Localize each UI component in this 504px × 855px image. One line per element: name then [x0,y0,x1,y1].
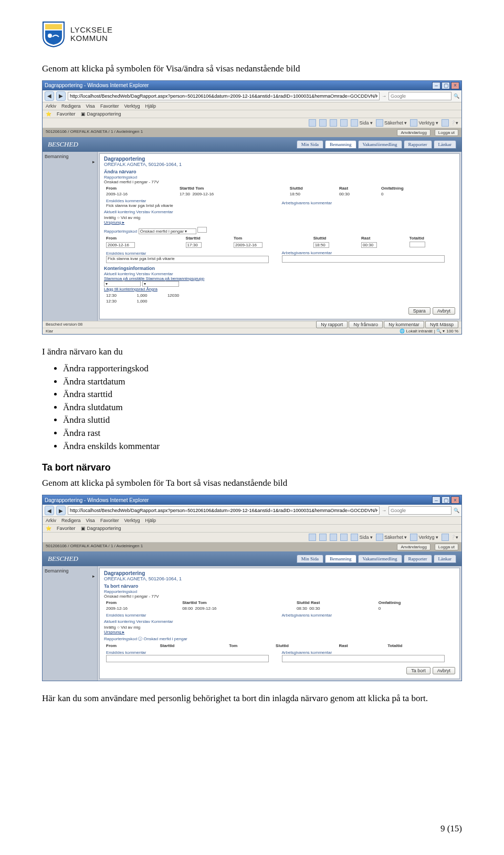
cmd-tools[interactable]: Verktyg ▾ [410,119,438,127]
konto-select-1[interactable]: ▾ [104,281,141,287]
enskild-comment-input[interactable]: Fick stanna kvar pga brist på vikarie [106,256,269,263]
apptab-vakans[interactable]: Vakansförmedling [358,140,402,149]
delete-button[interactable]: Ta bort [406,667,430,674]
maximize-icon[interactable]: ▢ [442,82,450,89]
apptab-rapporter[interactable]: Rapporter [404,555,432,563]
kontering-row: Aktuell kontering Verstav Kommentar [104,210,455,214]
menu-favoriter[interactable]: Favoriter [100,518,119,523]
menu-verktyg[interactable]: Verktyg [124,518,140,523]
menu-visa[interactable]: Visa [86,103,95,109]
favorites-star-icon[interactable]: ⭐ [46,111,51,117]
save-button[interactable]: Spara [408,307,430,315]
chip-logout[interactable]: Logga ut [435,544,458,550]
status-cmd-4[interactable]: Nytt Mässp [425,321,458,328]
status-cmd-1[interactable]: Ny rapport [316,321,348,328]
apptab-minsida[interactable]: Min Sida [297,140,323,149]
apptab-lankar[interactable]: Länkar [434,140,456,149]
close-icon[interactable]: × [451,82,459,89]
tom-input[interactable]: 2009-12-16 [234,242,262,248]
starttid-input[interactable]: 17:30 [186,242,202,248]
apptab-vakans[interactable]: Vakansförmedling [358,555,402,563]
cancel-button[interactable]: Avbryt [433,667,455,674]
favorites-label: Favoriter [57,111,76,117]
address-bar[interactable] [68,92,380,100]
stammoa-links[interactable]: Stammoa på omställe Stammoa på bemanning… [104,276,455,281]
cmd-mail-icon[interactable] [330,119,337,127]
forward-icon[interactable]: ▶ [56,506,66,515]
chip-userlog[interactable]: Användarlogg [397,544,430,550]
browser-search[interactable] [388,506,452,515]
menu-hjalp[interactable]: Hjälp [145,518,156,523]
ag-comment-input[interactable] [282,655,445,662]
apptab-minsida[interactable]: Min Sida [297,555,323,563]
window-title: Dagrapportering - Windows Internet Explo… [45,82,149,88]
menu-visa[interactable]: Visa [86,518,95,523]
enskild-comment-input[interactable] [106,655,269,662]
readonly-row: From Starttid Tom Sluttid Rast Omfattnin… [104,185,455,197]
menu-arkiv[interactable]: Arkiv [46,518,56,523]
apptab-bemanning[interactable]: Bemanning [325,140,356,149]
cmd-home-icon[interactable] [309,534,316,541]
cmd-help-icon[interactable]: ❔▾ [442,119,458,127]
back-icon[interactable]: ◀ [45,506,54,515]
radio-inrattg[interactable]: Inrättg ○ Vid av mig [104,215,455,220]
cmd-home-icon[interactable] [309,119,316,127]
menu-arkiv[interactable]: Arkiv [46,103,56,109]
go-icon[interactable]: → [382,93,386,99]
status-cmd-2[interactable]: Ny frånvaro [349,321,383,328]
apptab-rapporter[interactable]: Rapporter [404,140,432,149]
menu-redigera[interactable]: Redigera [61,103,81,109]
cmd-page[interactable]: Sida ▾ [351,534,373,541]
ag-comment-input[interactable] [282,255,445,263]
rpt-select[interactable]: Önskad merfid i pengar ▾ [139,228,196,234]
menu-verktyg[interactable]: Verktyg [124,103,140,109]
rpt-extra-input[interactable] [197,227,207,233]
forward-icon[interactable]: ▶ [56,91,66,101]
cmd-security[interactable]: Säkerhet ▾ [376,119,407,127]
cmd-mail-icon[interactable] [330,534,337,541]
sidebar-item-bemanning[interactable]: Bemanning [45,154,95,159]
browser-tab[interactable]: ▣ Dagrapportering [81,526,121,531]
ursprung-expand[interactable]: Ursprung ▸ [104,220,455,225]
add-kontering-row[interactable]: Lägg till konteringsrad Ångra [104,287,455,291]
back-icon[interactable]: ◀ [45,91,54,101]
maximize-icon[interactable]: ▢ [442,496,450,504]
search-icon[interactable]: 🔍 [454,508,459,513]
window-title: Dagrapportering - Windows Internet Explo… [45,497,149,503]
favorites-star-icon[interactable]: ⭐ [46,526,51,531]
cmd-tools[interactable]: Verktyg ▾ [410,534,438,541]
cmd-print-icon[interactable] [340,534,348,541]
totaltid-input[interactable] [410,242,425,247]
cmd-page[interactable]: Sida ▾ [351,119,373,127]
menu-redigera[interactable]: Redigera [61,518,81,523]
zoom-level[interactable]: 100 % [446,329,458,333]
sluttid-input[interactable]: 18:50 [313,242,329,248]
sidebar-item-bemanning[interactable]: Bemanning [45,568,95,574]
address-bar[interactable] [68,506,380,515]
apptab-bemanning[interactable]: Bemanning [325,555,356,563]
menu-hjalp[interactable]: Hjälp [145,103,156,109]
radio-inrattg[interactable]: Inrättg ○ Vid av mig [104,625,455,630]
chip-userlog[interactable]: Användarlogg [397,129,430,136]
minimize-icon[interactable]: – [432,496,440,504]
cmd-feeds-icon[interactable] [319,119,327,127]
from-input[interactable]: 2009-12-16 [106,242,135,248]
apptab-lankar[interactable]: Länkar [434,555,456,563]
chip-logout[interactable]: Logga ut [435,129,458,136]
browser-search[interactable] [388,92,452,100]
cancel-button[interactable]: Avbryt [433,307,455,315]
menu-favoriter[interactable]: Favoriter [100,103,119,109]
status-cmd-3[interactable]: Ny kommentar [384,321,424,328]
go-icon[interactable]: → [382,508,386,513]
close-icon[interactable]: × [451,496,459,504]
cmd-feeds-icon[interactable] [319,534,327,541]
cmd-help-icon[interactable]: ❔▾ [442,534,458,541]
minimize-icon[interactable]: – [432,82,440,89]
rast-input[interactable]: 00:30 [361,242,377,248]
konto-select-2[interactable]: ▾ [142,281,179,287]
ursprung-expand[interactable]: Ursprung ▸ [104,630,455,634]
browser-tab[interactable]: ▣ Dagrapportering [81,111,121,117]
search-icon[interactable]: 🔍 [454,93,459,99]
cmd-security[interactable]: Säkerhet ▾ [376,534,407,541]
cmd-print-icon[interactable] [340,119,348,127]
